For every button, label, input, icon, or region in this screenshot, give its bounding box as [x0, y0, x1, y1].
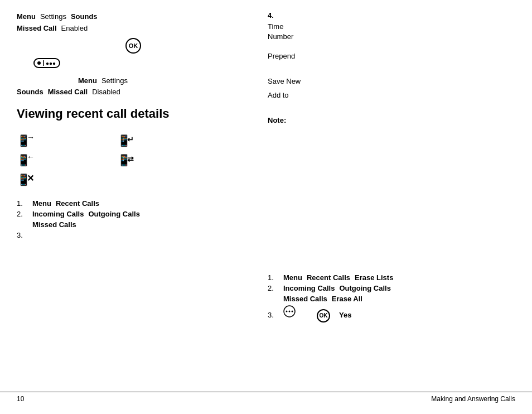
step-2-outgoing: Outgoing Calls	[88, 210, 139, 218]
sounds-label-1: Sounds	[71, 11, 98, 23]
svg-text:→: →	[27, 133, 33, 142]
menu-label-2: Menu	[78, 75, 97, 87]
add-to-label: Add to	[268, 91, 513, 99]
missed-call-icon-symbol: 📱 ✕	[17, 171, 33, 188]
step-1: 1. Menu Recent Calls	[17, 199, 515, 208]
ok-confirm-icon: OK	[317, 309, 330, 322]
step-2b: Missed Calls	[17, 220, 515, 229]
settings-label-1: Settings	[40, 11, 66, 23]
svg-point-16	[289, 311, 291, 312]
svg-point-17	[292, 311, 293, 312]
step-2-num: 2.	[17, 210, 28, 218]
step-1-recent-calls: Recent Calls	[56, 199, 99, 208]
right-column: 4. Time Number Prepend Save New Add to N…	[268, 11, 513, 124]
number-label: Number	[268, 32, 513, 41]
menu-label-1: Menu	[17, 11, 36, 23]
icon-group-right: 📱 ↵ 📱 ⇄	[117, 132, 137, 188]
time-text: Time	[268, 22, 283, 31]
ok-icon: OK	[125, 38, 141, 54]
erase-step-1-recent: Recent Calls	[307, 273, 350, 282]
erase-step-2-erase-all: Erase All	[332, 295, 362, 303]
icons-section: 📱 → 📱 ← 📱 ✕	[17, 132, 515, 188]
step-1-menu: Menu	[32, 199, 51, 208]
erase-step-3-num: 3.	[268, 311, 279, 319]
erase-step-2-missed: Missed Calls	[283, 295, 327, 303]
erase-step-2: 2. Incoming Calls Outgoing Calls	[268, 284, 513, 292]
phone-icon-svg: ●●●	[33, 57, 61, 69]
svg-text:←: ←	[27, 152, 33, 161]
erase-step-3-yes: Yes	[339, 311, 351, 319]
prepend-text: Prepend	[268, 52, 295, 60]
svg-text:⇄: ⇄	[127, 155, 134, 163]
erase-step-3: 3. OK Yes	[268, 305, 513, 322]
erase-step-1-menu: Menu	[283, 273, 302, 282]
chapter-title: Making and Answering Calls	[431, 395, 515, 403]
svg-point-1	[37, 61, 41, 65]
erase-step-2-incoming: Incoming Calls	[283, 284, 335, 292]
footer: 10 Making and Answering Calls	[0, 392, 532, 406]
item-number: 4.	[268, 11, 513, 20]
erase-steps-section: 1. Menu Recent Calls Erase Lists 2. Inco…	[268, 273, 513, 325]
save-new-text: Save New	[268, 77, 301, 85]
prepend-label: Prepend	[268, 52, 513, 60]
svg-text:↵: ↵	[127, 135, 134, 144]
step-3: 3.	[17, 231, 515, 239]
note-label: Note:	[268, 116, 286, 124]
step-2: 2. Incoming Calls Outgoing Calls	[17, 210, 515, 218]
erase-step-2b: Missed Calls Erase All	[268, 295, 513, 303]
enabled-label: Enabled	[61, 23, 88, 35]
step-2-incoming: Incoming Calls	[32, 210, 84, 218]
outgoing-call-icon: 📱 →	[17, 132, 33, 149]
erase-step-2-num: 2.	[268, 284, 279, 292]
svg-text:●●●: ●●●	[46, 60, 56, 66]
forwarded-call-icon: 📱 ↵	[117, 132, 137, 149]
erase-step-1: 1. Menu Recent Calls Erase Lists	[268, 273, 513, 282]
svg-text:✕: ✕	[27, 174, 33, 183]
options-icon	[283, 305, 296, 317]
note-section: Note:	[268, 116, 513, 124]
erase-step-2-outgoing: Outgoing Calls	[339, 284, 390, 292]
erase-step-1-erase-lists: Erase Lists	[355, 273, 393, 282]
step-2-missed: Missed Calls	[32, 220, 76, 229]
settings-label-2: Settings	[101, 75, 128, 87]
step-1-num: 1.	[17, 199, 28, 208]
incoming-call-icon: 📱 ←	[17, 152, 33, 169]
svg-point-15	[286, 311, 288, 312]
erase-step-1-num: 1.	[268, 273, 279, 282]
number-text: Number	[268, 32, 293, 41]
transferred-call-icon: 📱 ⇄	[117, 152, 137, 169]
number-4: 4.	[268, 11, 274, 20]
steps-section: 1. Menu Recent Calls 2. Incoming Calls O…	[17, 199, 515, 239]
icon-group-left: 📱 → 📱 ← 📱 ✕	[17, 132, 33, 188]
disabled-label: Disabled	[92, 86, 120, 98]
step-3-num: 3.	[17, 231, 28, 239]
add-to-text: Add to	[268, 91, 289, 99]
sounds-label-2: Sounds	[17, 86, 43, 98]
missed-call-label-2: Missed Call	[48, 86, 88, 98]
options-icon-area	[283, 305, 296, 319]
missed-call-label-1: Missed Call	[17, 23, 57, 35]
page-number: 10	[17, 395, 24, 403]
save-new-label: Save New	[268, 77, 513, 85]
time-label: Time	[268, 22, 513, 31]
